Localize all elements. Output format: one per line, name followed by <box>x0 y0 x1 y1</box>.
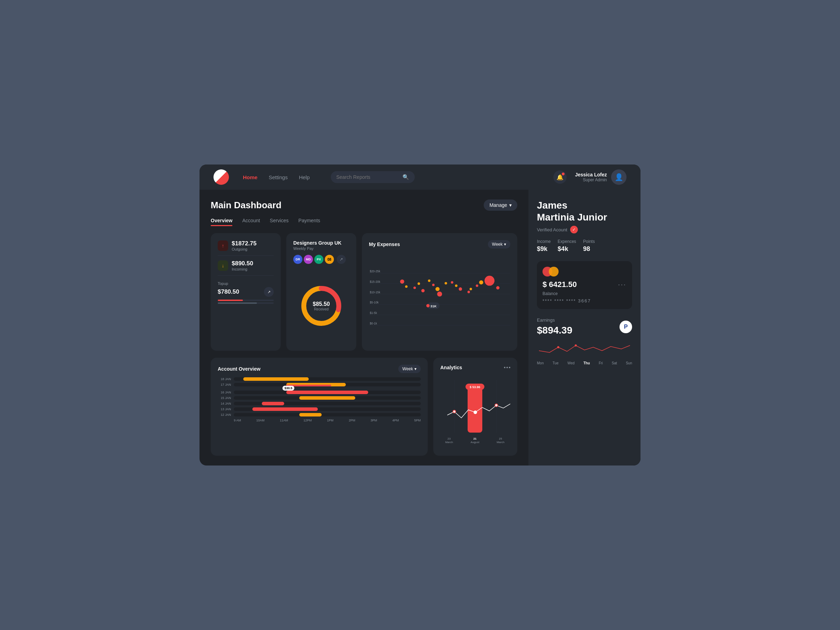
time-label: 5PM <box>414 418 421 422</box>
time-label: 1PM <box>327 418 333 422</box>
account-week-label: Week <box>403 366 413 371</box>
svg-text:$ 53.96: $ 53.96 <box>470 385 480 389</box>
cards-row-1: ↑ $1872.75 Outgoing ↓ $890.50 Incoming <box>211 233 517 351</box>
svg-text:31K: 31K <box>431 304 437 308</box>
gantt-bar <box>299 396 355 400</box>
gantt-track <box>234 377 421 381</box>
card-more-button[interactable]: ··· <box>618 281 627 288</box>
gantt-bar <box>262 402 284 405</box>
incoming-amount: $890.50 <box>232 260 253 267</box>
gantt-row-14jan: 14 JAN <box>218 402 421 405</box>
gantt-label: 18 JAN <box>218 377 231 381</box>
nav-settings[interactable]: Settings <box>269 174 288 180</box>
avatar-link[interactable]: ↗ <box>337 255 346 264</box>
weekly-pay-card: Designers Group UK Weekly Pay DR MD PX 0… <box>286 233 356 351</box>
week-label: Week <box>492 242 503 247</box>
nav-help[interactable]: Help <box>299 174 310 180</box>
gantt-bar <box>243 377 309 381</box>
topup-button[interactable]: ↗ <box>264 287 274 297</box>
progress-bar-2 <box>218 302 274 304</box>
tab-services[interactable]: Services <box>270 218 289 226</box>
account-overview-title: Account Overview <box>218 366 261 372</box>
manage-label: Manage <box>489 202 507 208</box>
svg-point-30 <box>445 282 447 284</box>
topup-section: Topup $780.50 ↗ <box>218 281 274 304</box>
svg-point-32 <box>470 288 472 290</box>
incoming-item: ↓ $890.50 Incoming <box>218 260 274 271</box>
day-sat: Sat <box>612 361 617 365</box>
tab-account[interactable]: Account <box>242 218 260 226</box>
svg-point-53 <box>557 346 559 348</box>
card-balance: $ 6421.50 <box>543 280 577 289</box>
incoming-text: $890.50 Incoming <box>232 260 253 271</box>
avatar[interactable]: 👤 <box>611 169 627 185</box>
more-options-button[interactable] <box>504 367 510 368</box>
weekly-card-subtitle: Weekly Pay <box>293 246 349 251</box>
gantt-label: 13 JAN <box>218 407 231 411</box>
gantt-bar <box>286 391 369 394</box>
user-info: Jessica Lofez Super Admin 👤 <box>575 169 627 185</box>
notification-button[interactable]: 🔔 <box>553 171 567 184</box>
income-label: Income <box>537 239 551 244</box>
dot <box>507 367 508 368</box>
week-selector[interactable]: Week ▾ <box>488 240 510 248</box>
user-text: Jessica Lofez Super Admin <box>575 172 607 182</box>
svg-text:25: 25 <box>499 437 502 440</box>
scatter-svg: $20-25k $15-20k $10-15k $5-10k $1-5k $0-… <box>369 253 510 344</box>
gantt-row-18jan: 18 JAN <box>218 377 421 381</box>
dashboard-header: Main Dashboard Manage ▾ <box>211 199 517 211</box>
search-icon: 🔍 <box>403 174 409 180</box>
logo <box>213 169 229 185</box>
main-content: Main Dashboard Manage ▾ Overview Account… <box>199 190 641 466</box>
svg-point-16 <box>413 287 416 289</box>
points-label: Points <box>583 239 595 244</box>
analytics-header: Analytics <box>440 365 510 370</box>
day-thu: Thu <box>583 361 590 365</box>
day-wed: Wed <box>567 361 574 365</box>
expenses-value: $4k <box>557 245 576 253</box>
svg-point-20 <box>451 281 453 284</box>
gantt-label: 17 JAN <box>218 383 231 387</box>
gantt-label: 14 JAN <box>218 402 231 405</box>
notification-dot <box>562 172 565 175</box>
svg-point-17 <box>422 289 425 293</box>
dot <box>509 367 510 368</box>
progress-bar-1 <box>218 300 274 301</box>
earnings-sparkline <box>537 340 632 358</box>
tab-overview[interactable]: Overview <box>211 218 232 226</box>
earnings-label: Earnings <box>537 317 572 323</box>
gantt-track <box>234 407 421 411</box>
svg-point-36 <box>426 304 430 308</box>
search-bar[interactable]: 🔍 <box>331 171 415 183</box>
expenses-stat: Expences $4k <box>557 239 576 253</box>
tab-payments[interactable]: Payments <box>298 218 320 226</box>
donut-label: Received <box>313 307 330 311</box>
user-name: Jessica Lofez <box>575 172 607 177</box>
outgoing-text: $1872.75 Outgoing <box>232 240 257 251</box>
stats-row: Income $9k Expences $4k Points 98 <box>537 239 632 253</box>
nav-home[interactable]: Home <box>243 174 257 180</box>
topup-label: Topup <box>218 281 274 286</box>
svg-text:$10-15k: $10-15k <box>369 291 381 294</box>
manage-button[interactable]: Manage ▾ <box>484 199 517 211</box>
progress-fill <box>218 300 243 301</box>
svg-point-23 <box>476 284 478 287</box>
time-label: 11AM <box>280 418 288 422</box>
avatar-row: DR MD PX 08 ↗ <box>293 255 349 264</box>
svg-point-27 <box>418 283 420 285</box>
avatar-px: PX <box>314 255 324 264</box>
app-container: Home Settings Help 🔍 🔔 Jessica Lofez Sup… <box>199 164 641 466</box>
search-input[interactable] <box>336 174 400 180</box>
gantt-row-12jan: 12 JAN <box>218 413 421 417</box>
analytics-title: Analytics <box>440 365 462 370</box>
card-number: **** **** **** 3667 <box>543 298 627 303</box>
account-week-selector[interactable]: Week ▾ <box>398 365 421 373</box>
header-right: 🔔 Jessica Lofez Super Admin 👤 <box>553 169 627 185</box>
svg-point-28 <box>428 279 431 282</box>
svg-text:March: March <box>445 441 453 444</box>
avatar-md: MD <box>304 255 313 264</box>
avatar-count: 08 <box>325 255 334 264</box>
day-tue: Tue <box>553 361 559 365</box>
weekly-card-title: Designers Group UK <box>293 240 349 246</box>
points-value: 98 <box>583 245 595 253</box>
